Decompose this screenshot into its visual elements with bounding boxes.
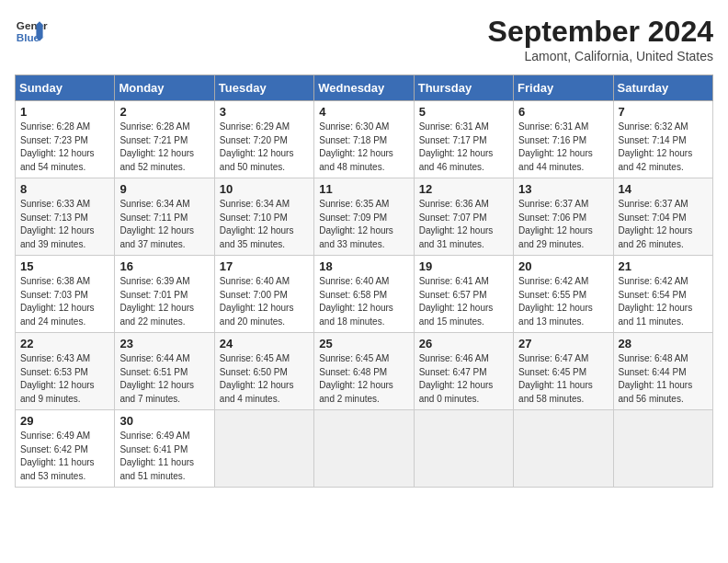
day-info: Sunrise: 6:42 AM Sunset: 6:55 PM Dayligh… [518,275,608,328]
calendar-cell: 4Sunrise: 6:30 AM Sunset: 7:18 PM Daylig… [314,101,414,178]
day-info: Sunrise: 6:44 AM Sunset: 6:51 PM Dayligh… [119,352,209,406]
day-number: 26 [419,337,508,350]
day-info: Sunrise: 6:29 AM Sunset: 7:20 PM Dayligh… [220,121,309,174]
day-info: Sunrise: 6:41 AM Sunset: 6:57 PM Dayligh… [419,275,508,328]
day-number: 16 [119,259,209,273]
weekday-header: Saturday [613,75,712,101]
calendar-cell: 23Sunrise: 6:44 AM Sunset: 6:51 PM Dayli… [115,333,214,410]
calendar-week-row: 8Sunrise: 6:33 AM Sunset: 7:13 PM Daylig… [16,178,713,256]
day-info: Sunrise: 6:30 AM Sunset: 7:18 PM Dayligh… [319,121,408,174]
calendar-cell [214,410,313,488]
day-info: Sunrise: 6:28 AM Sunset: 7:23 PM Dayligh… [20,121,109,174]
calendar-cell: 17Sunrise: 6:40 AM Sunset: 7:00 PM Dayli… [214,256,313,333]
day-number: 3 [220,105,309,119]
calendar-table: SundayMondayTuesdayWednesdayThursdayFrid… [15,75,713,488]
day-number: 21 [619,259,708,273]
calendar-cell: 21Sunrise: 6:42 AM Sunset: 6:54 PM Dayli… [613,256,712,333]
day-number: 1 [20,105,109,119]
calendar-cell: 5Sunrise: 6:31 AM Sunset: 7:17 PM Daylig… [414,101,513,178]
calendar-cell: 26Sunrise: 6:46 AM Sunset: 6:47 PM Dayli… [414,333,513,410]
calendar-week-row: 15Sunrise: 6:38 AM Sunset: 7:03 PM Dayli… [16,256,713,333]
weekday-header-row: SundayMondayTuesdayWednesdayThursdayFrid… [16,75,713,101]
day-number: 9 [119,182,209,196]
calendar-cell: 14Sunrise: 6:37 AM Sunset: 7:04 PM Dayli… [613,178,712,256]
day-info: Sunrise: 6:49 AM Sunset: 6:41 PM Dayligh… [119,430,209,483]
calendar-cell: 24Sunrise: 6:45 AM Sunset: 6:50 PM Dayli… [214,333,313,410]
title-area: September 2024 Lamont, California, Unite… [488,15,713,63]
calendar-cell [414,410,513,488]
calendar-cell: 19Sunrise: 6:41 AM Sunset: 6:57 PM Dayli… [414,256,513,333]
day-number: 4 [319,105,408,119]
weekday-header: Tuesday [214,75,313,101]
day-number: 8 [20,182,109,196]
calendar-cell: 25Sunrise: 6:45 AM Sunset: 6:48 PM Dayli… [314,333,414,410]
day-number: 12 [419,182,508,196]
day-number: 14 [619,182,708,196]
day-info: Sunrise: 6:43 AM Sunset: 6:53 PM Dayligh… [20,352,109,406]
day-number: 11 [319,182,408,196]
day-info: Sunrise: 6:35 AM Sunset: 7:09 PM Dayligh… [319,198,408,251]
weekday-header: Monday [115,75,214,101]
day-info: Sunrise: 6:34 AM Sunset: 7:11 PM Dayligh… [119,198,209,251]
day-info: Sunrise: 6:45 AM Sunset: 6:50 PM Dayligh… [220,352,309,406]
day-info: Sunrise: 6:28 AM Sunset: 7:21 PM Dayligh… [119,121,209,174]
day-number: 19 [419,259,508,273]
calendar-cell: 12Sunrise: 6:36 AM Sunset: 7:07 PM Dayli… [414,178,513,256]
calendar-cell: 30Sunrise: 6:49 AM Sunset: 6:41 PM Dayli… [115,410,214,488]
day-info: Sunrise: 6:49 AM Sunset: 6:42 PM Dayligh… [20,430,109,483]
calendar-cell: 27Sunrise: 6:47 AM Sunset: 6:45 PM Dayli… [514,333,613,410]
weekday-header: Friday [514,75,613,101]
day-number: 2 [119,105,209,119]
logo: General Blue General Blue [15,15,48,48]
day-info: Sunrise: 6:42 AM Sunset: 6:54 PM Dayligh… [619,275,708,328]
day-number: 7 [619,105,708,119]
calendar-cell: 22Sunrise: 6:43 AM Sunset: 6:53 PM Dayli… [16,333,115,410]
weekday-header: Wednesday [314,75,414,101]
calendar-cell: 29Sunrise: 6:49 AM Sunset: 6:42 PM Dayli… [16,410,115,488]
day-number: 22 [20,337,109,350]
day-info: Sunrise: 6:34 AM Sunset: 7:10 PM Dayligh… [220,198,309,251]
weekday-header: Sunday [16,75,115,101]
day-number: 5 [419,105,508,119]
calendar-cell: 8Sunrise: 6:33 AM Sunset: 7:13 PM Daylig… [16,178,115,256]
calendar-cell: 20Sunrise: 6:42 AM Sunset: 6:55 PM Dayli… [514,256,613,333]
logo-icon: General Blue [15,15,48,48]
day-number: 29 [20,414,109,428]
day-number: 23 [119,337,209,350]
day-info: Sunrise: 6:45 AM Sunset: 6:48 PM Dayligh… [319,352,408,406]
location-title: Lamont, California, United States [488,49,713,63]
calendar-cell: 28Sunrise: 6:48 AM Sunset: 6:44 PM Dayli… [613,333,712,410]
day-number: 30 [119,414,209,428]
calendar-cell [613,410,712,488]
calendar-cell: 13Sunrise: 6:37 AM Sunset: 7:06 PM Dayli… [514,178,613,256]
day-info: Sunrise: 6:38 AM Sunset: 7:03 PM Dayligh… [20,275,109,328]
day-info: Sunrise: 6:33 AM Sunset: 7:13 PM Dayligh… [20,198,109,251]
calendar-cell: 16Sunrise: 6:39 AM Sunset: 7:01 PM Dayli… [115,256,214,333]
day-number: 6 [518,105,608,119]
day-info: Sunrise: 6:48 AM Sunset: 6:44 PM Dayligh… [619,352,708,406]
calendar-cell: 3Sunrise: 6:29 AM Sunset: 7:20 PM Daylig… [214,101,313,178]
calendar-cell: 1Sunrise: 6:28 AM Sunset: 7:23 PM Daylig… [16,101,115,178]
calendar-cell: 7Sunrise: 6:32 AM Sunset: 7:14 PM Daylig… [613,101,712,178]
day-info: Sunrise: 6:31 AM Sunset: 7:16 PM Dayligh… [518,121,608,174]
day-info: Sunrise: 6:47 AM Sunset: 6:45 PM Dayligh… [518,352,608,406]
calendar-cell: 6Sunrise: 6:31 AM Sunset: 7:16 PM Daylig… [514,101,613,178]
day-number: 20 [518,259,608,273]
calendar-week-row: 29Sunrise: 6:49 AM Sunset: 6:42 PM Dayli… [16,410,713,488]
weekday-header: Thursday [414,75,513,101]
day-info: Sunrise: 6:40 AM Sunset: 7:00 PM Dayligh… [220,275,309,328]
day-number: 15 [20,259,109,273]
day-number: 13 [518,182,608,196]
calendar-cell: 11Sunrise: 6:35 AM Sunset: 7:09 PM Dayli… [314,178,414,256]
calendar-cell: 18Sunrise: 6:40 AM Sunset: 6:58 PM Dayli… [314,256,414,333]
svg-text:General: General [17,19,48,31]
calendar-cell [314,410,414,488]
month-title: September 2024 [488,15,713,49]
calendar-cell [514,410,613,488]
day-info: Sunrise: 6:37 AM Sunset: 7:04 PM Dayligh… [619,198,708,251]
day-info: Sunrise: 6:46 AM Sunset: 6:47 PM Dayligh… [419,352,508,406]
day-number: 27 [518,337,608,350]
header: General Blue General Blue September 2024… [15,15,713,63]
day-info: Sunrise: 6:40 AM Sunset: 6:58 PM Dayligh… [319,275,408,328]
day-number: 10 [220,182,309,196]
